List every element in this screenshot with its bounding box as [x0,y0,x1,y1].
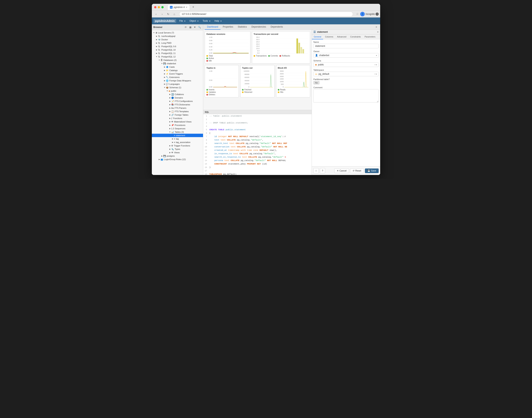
expand-icon-pg11[interactable] [155,52,158,55]
sidebar-item-pgsql[interactable]: 🐘 /usr/local/pgsql [152,35,203,38]
forward-button[interactable]: › [159,12,165,17]
expand-icon-chatterbot[interactable] [161,62,163,65]
expand-icon-catalogs[interactable] [163,69,166,72]
expand-icon-mat-views[interactable] [169,120,171,123]
save-button[interactable]: 💾 Save [365,168,379,173]
expand-icon-databases[interactable] [158,59,161,61]
expand-icon-long-pwd[interactable] [155,42,158,44]
expand-icon-views[interactable] [169,151,171,154]
tablespace-dropdown-arrow[interactable]: ▾ [376,73,377,75]
props-tab-parameters[interactable]: Parameters [363,35,377,39]
sidebar-item-pg11[interactable]: 🐘 PostgreSQL 11 [152,52,203,55]
cancel-button[interactable]: ✕ Cancel [334,168,349,173]
expand-icon-tag-association[interactable] [171,141,174,144]
expand-icon-collations[interactable] [169,93,171,96]
new-tab-button[interactable]: + [191,5,196,10]
tab-statistics[interactable]: Statistics [235,24,249,30]
expand-icon-types[interactable] [169,148,171,151]
sidebar-item-casts[interactable]: 🔷 Casts [152,65,203,69]
schema-select[interactable]: ◆ public × ▾ [313,62,379,67]
sidebar-item-mat-views[interactable]: 👁 Materialized Views [152,120,203,123]
expand-icon-procedures[interactable] [169,124,171,127]
sidebar-item-schemas[interactable]: 📦 Schemas (1) [152,86,203,89]
sidebar-item-public-schema[interactable]: ◆ public [152,89,203,93]
sidebar-item-trigger-functions[interactable]: ⚙ Trigger Functions [152,144,203,147]
expand-icon-fdw[interactable] [163,79,166,82]
schema-clear-button[interactable]: × [374,64,376,66]
sidebar-item-databases[interactable]: 🗄 Databases (2) [152,58,203,62]
sidebar-item-fts-dicts[interactable]: 📚 FTS Dictionaries [152,103,203,106]
expand-icon-foreign-tables[interactable] [169,114,171,116]
sidebar-item-statement-table[interactable]: ≡ statement [152,134,203,137]
tab-dashboard[interactable]: Dashboard [205,24,221,30]
tab-close-button[interactable]: × [186,6,187,9]
sidebar-item-types[interactable]: 🔩 Types [152,147,203,151]
sidebar-item-fts-parsers[interactable]: Aa FTS Parsers [152,106,203,110]
bookmark-button[interactable]: ☆ [356,12,359,16]
expand-icon-schemas[interactable] [163,86,166,89]
props-tab-advanced[interactable]: Advanced [335,35,348,39]
expand-icon-login-group[interactable] [158,158,161,161]
help-menu[interactable]: Help ▼ [213,19,223,23]
expand-icon-docker[interactable] [155,38,158,41]
sidebar-item-tag-association-table[interactable]: ≡ tag_association [152,140,203,144]
expand-icon-pg12[interactable] [155,55,158,58]
tab-properties[interactable]: Properties [221,24,236,30]
sidebar-item-collations[interactable]: 🔤 Collations [152,93,203,96]
minimize-button[interactable] [158,6,160,8]
sidebar-item-tag-table[interactable]: ≡ tag [152,137,203,140]
partitioned-no-button[interactable]: No [313,81,319,84]
sidebar-grid-button[interactable]: ▦ [188,25,192,29]
profile-area[interactable]: 👤 Incognito ● [360,12,379,16]
expand-icon-fts-dicts[interactable] [169,103,171,106]
file-menu[interactable]: File ▼ [178,19,187,23]
reset-button[interactable]: ↺ Reset [350,168,364,173]
expand-icon-pg10[interactable] [155,48,158,51]
expand-icon-pg96[interactable] [155,45,158,48]
sidebar-item-languages[interactable]: 💬 Languages [152,82,203,86]
sidebar-item-tables[interactable]: 📊 Tables (3) [152,130,203,134]
sidebar-item-long-pwd[interactable]: 🐘 Long PWD [152,41,203,45]
expand-icon-local-servers[interactable] [153,31,155,34]
sidebar-item-fts-templates[interactable]: 📋 FTS Templates [152,110,203,113]
sidebar-filter-button[interactable]: ▼ [193,25,197,29]
close-button[interactable] [154,6,156,8]
sidebar-refresh-button[interactable]: ⟳ [184,25,188,29]
address-bar[interactable]: 127.0.0.1:5050/browser/ [179,12,353,17]
sidebar-item-login-group[interactable]: 👥 Login/Group Roles (12) [152,158,203,161]
schema-dropdown-arrow[interactable]: ▾ [376,64,377,66]
expand-icon-trigger-functions[interactable] [169,144,171,147]
owner-dropdown-arrow[interactable]: ▾ [376,54,377,57]
properties-close-button[interactable]: × [377,30,379,34]
sidebar-item-event-triggers[interactable]: ⚡ Event Triggers [152,72,203,75]
sidebar-item-fts-configs[interactable]: 📝 FTS Configurations [152,99,203,103]
sidebar-item-sequences[interactable]: 1.3 Sequences [152,127,203,130]
props-tab-columns[interactable]: Columns [323,35,335,39]
home-button[interactable]: ⌂ [172,12,177,17]
props-tab-constraints[interactable]: Constraints [348,35,363,39]
expand-icon-public[interactable] [166,90,169,92]
sidebar-item-local-servers[interactable]: 🖥 Local Servers (7) [152,31,203,35]
expand-icon-fts-configs[interactable] [169,100,171,103]
tab-dependents[interactable]: Dependents [268,24,285,30]
owner-select[interactable]: 👤 chatterbot ▾ [313,53,379,58]
sidebar-search-button[interactable]: 🔍 [197,25,201,29]
tools-menu[interactable]: Tools ▼ [201,19,212,23]
sidebar-item-fdw[interactable]: 🌐 Foreign Data Wrappers [152,79,203,82]
expand-icon-functions[interactable] [169,117,171,120]
sidebar-item-pg12[interactable]: 🐘 PostgreSQL 12 [152,55,203,58]
expand-icon-casts[interactable] [163,66,166,68]
sidebar-item-procedures[interactable]: 📌 Procedures [152,123,203,127]
expand-icon-sequences[interactable] [169,127,171,130]
expand-icon-postgres[interactable] [161,155,163,157]
sidebar-item-pg96[interactable]: 🐘 PostgreSQL 9.6 [152,45,203,48]
info-button[interactable]: i [313,168,319,174]
maximize-button[interactable] [161,6,164,8]
tablespace-select[interactable]: 🗂 pg_default × ▾ [313,72,379,76]
sidebar-item-catalogs[interactable]: 📁 Catalogs [152,69,203,72]
sidebar-item-foreign-tables[interactable]: 🔗 Foreign Tables [152,113,203,116]
expand-icon-tag[interactable] [171,138,174,140]
expand-icon-domains[interactable] [169,96,171,99]
back-button[interactable]: ‹ [153,12,159,17]
comment-textarea[interactable] [313,89,379,103]
